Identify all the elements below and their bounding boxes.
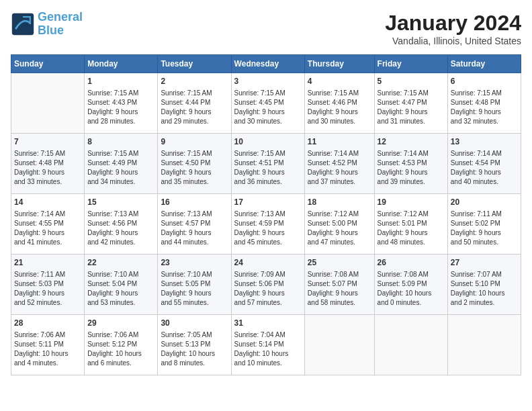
day-info: Sunrise: 7:08 AM Sunset: 5:09 PM Dayligh… <box>378 270 445 308</box>
day-number: 23 <box>161 257 228 269</box>
logo-line1: General <box>38 10 83 24</box>
calendar-cell: 6Sunrise: 7:15 AM Sunset: 4:48 PM Daylig… <box>447 73 521 134</box>
day-number: 22 <box>87 257 154 269</box>
day-number: 10 <box>234 136 302 148</box>
day-number: 16 <box>161 197 228 208</box>
column-header-tuesday: Tuesday <box>158 55 231 73</box>
column-header-saturday: Saturday <box>447 55 521 73</box>
calendar-cell: 1Sunrise: 7:15 AM Sunset: 4:43 PM Daylig… <box>85 73 158 134</box>
calendar-cell: 2Sunrise: 7:15 AM Sunset: 4:44 PM Daylig… <box>158 73 231 134</box>
day-info: Sunrise: 7:14 AM Sunset: 4:55 PM Dayligh… <box>14 210 81 247</box>
logo-icon <box>11 12 35 36</box>
day-number: 12 <box>378 136 445 148</box>
day-info: Sunrise: 7:11 AM Sunset: 5:02 PM Dayligh… <box>451 210 518 247</box>
day-info: Sunrise: 7:13 AM Sunset: 4:57 PM Dayligh… <box>161 210 228 247</box>
calendar-cell: 20Sunrise: 7:11 AM Sunset: 5:02 PM Dayli… <box>447 194 521 255</box>
day-info: Sunrise: 7:05 AM Sunset: 5:13 PM Dayligh… <box>161 330 228 368</box>
day-info: Sunrise: 7:10 AM Sunset: 5:05 PM Dayligh… <box>161 270 228 308</box>
column-header-monday: Monday <box>85 55 158 73</box>
title-block: January 2024 Vandalia, Illinois, United … <box>385 11 521 46</box>
day-number: 29 <box>87 318 154 329</box>
logo: General Blue <box>11 11 83 38</box>
day-info: Sunrise: 7:14 AM Sunset: 4:52 PM Dayligh… <box>308 149 371 187</box>
day-info: Sunrise: 7:12 AM Sunset: 5:00 PM Dayligh… <box>308 210 371 247</box>
calendar-table: SundayMondayTuesdayWednesdayThursdayFrid… <box>11 54 521 375</box>
page-header: General Blue January 2024 Vandalia, Illi… <box>11 11 521 46</box>
calendar-cell: 18Sunrise: 7:12 AM Sunset: 5:00 PM Dayli… <box>304 194 374 255</box>
day-info: Sunrise: 7:06 AM Sunset: 5:12 PM Dayligh… <box>87 330 154 368</box>
week-row-1: 1Sunrise: 7:15 AM Sunset: 4:43 PM Daylig… <box>11 73 521 134</box>
day-info: Sunrise: 7:15 AM Sunset: 4:44 PM Dayligh… <box>161 89 228 126</box>
day-number: 25 <box>308 257 371 269</box>
calendar-cell: 29Sunrise: 7:06 AM Sunset: 5:12 PM Dayli… <box>85 315 158 375</box>
logo-line2: Blue <box>38 24 64 37</box>
calendar-cell: 14Sunrise: 7:14 AM Sunset: 4:55 PM Dayli… <box>11 194 85 255</box>
calendar-cell: 13Sunrise: 7:14 AM Sunset: 4:54 PM Dayli… <box>447 134 521 194</box>
calendar-cell: 24Sunrise: 7:09 AM Sunset: 5:06 PM Dayli… <box>231 255 304 315</box>
calendar-cell: 31Sunrise: 7:04 AM Sunset: 5:14 PM Dayli… <box>231 315 304 375</box>
calendar-header: SundayMondayTuesdayWednesdayThursdayFrid… <box>11 55 521 73</box>
day-number: 31 <box>234 318 302 329</box>
column-header-friday: Friday <box>374 55 447 73</box>
day-info: Sunrise: 7:14 AM Sunset: 4:53 PM Dayligh… <box>378 149 445 187</box>
calendar-cell: 5Sunrise: 7:15 AM Sunset: 4:47 PM Daylig… <box>374 73 447 134</box>
day-info: Sunrise: 7:15 AM Sunset: 4:51 PM Dayligh… <box>234 149 302 187</box>
week-row-2: 7Sunrise: 7:15 AM Sunset: 4:48 PM Daylig… <box>11 134 521 194</box>
day-number: 9 <box>161 136 228 148</box>
day-number: 4 <box>308 76 371 87</box>
calendar-cell: 25Sunrise: 7:08 AM Sunset: 5:07 PM Dayli… <box>304 255 374 315</box>
day-number: 15 <box>87 197 154 208</box>
day-number: 13 <box>451 136 518 148</box>
day-number: 20 <box>451 197 518 208</box>
day-info: Sunrise: 7:15 AM Sunset: 4:48 PM Dayligh… <box>451 89 518 126</box>
day-number: 11 <box>308 136 371 148</box>
day-number: 17 <box>234 197 302 208</box>
day-number: 8 <box>87 136 154 148</box>
calendar-cell: 10Sunrise: 7:15 AM Sunset: 4:51 PM Dayli… <box>231 134 304 194</box>
calendar-cell: 30Sunrise: 7:05 AM Sunset: 5:13 PM Dayli… <box>158 315 231 375</box>
column-header-thursday: Thursday <box>304 55 374 73</box>
day-info: Sunrise: 7:15 AM Sunset: 4:49 PM Dayligh… <box>87 149 154 187</box>
day-info: Sunrise: 7:12 AM Sunset: 5:01 PM Dayligh… <box>378 210 445 247</box>
column-header-sunday: Sunday <box>11 55 85 73</box>
header-row: SundayMondayTuesdayWednesdayThursdayFrid… <box>11 55 521 73</box>
calendar-cell: 17Sunrise: 7:13 AM Sunset: 4:59 PM Dayli… <box>231 194 304 255</box>
day-number: 21 <box>14 257 81 269</box>
calendar-cell <box>304 315 374 375</box>
calendar-cell: 19Sunrise: 7:12 AM Sunset: 5:01 PM Dayli… <box>374 194 447 255</box>
day-info: Sunrise: 7:15 AM Sunset: 4:47 PM Dayligh… <box>378 89 445 126</box>
day-info: Sunrise: 7:04 AM Sunset: 5:14 PM Dayligh… <box>234 330 302 368</box>
day-info: Sunrise: 7:11 AM Sunset: 5:03 PM Dayligh… <box>14 270 81 308</box>
calendar-cell: 23Sunrise: 7:10 AM Sunset: 5:05 PM Dayli… <box>158 255 231 315</box>
day-info: Sunrise: 7:15 AM Sunset: 4:48 PM Dayligh… <box>14 149 81 187</box>
calendar-cell: 9Sunrise: 7:15 AM Sunset: 4:50 PM Daylig… <box>158 134 231 194</box>
week-row-5: 28Sunrise: 7:06 AM Sunset: 5:11 PM Dayli… <box>11 315 521 375</box>
day-number: 27 <box>451 257 518 269</box>
day-info: Sunrise: 7:07 AM Sunset: 5:10 PM Dayligh… <box>451 270 518 308</box>
calendar-cell: 22Sunrise: 7:10 AM Sunset: 5:04 PM Dayli… <box>85 255 158 315</box>
calendar-cell: 4Sunrise: 7:15 AM Sunset: 4:46 PM Daylig… <box>304 73 374 134</box>
day-number: 6 <box>451 76 518 87</box>
calendar-cell: 28Sunrise: 7:06 AM Sunset: 5:11 PM Dayli… <box>11 315 85 375</box>
calendar-cell: 27Sunrise: 7:07 AM Sunset: 5:10 PM Dayli… <box>447 255 521 315</box>
calendar-cell: 26Sunrise: 7:08 AM Sunset: 5:09 PM Dayli… <box>374 255 447 315</box>
day-number: 3 <box>234 76 302 87</box>
logo-text: General Blue <box>38 11 83 38</box>
calendar-cell <box>374 315 447 375</box>
day-number: 1 <box>87 76 154 87</box>
calendar-cell: 3Sunrise: 7:15 AM Sunset: 4:45 PM Daylig… <box>231 73 304 134</box>
day-number: 30 <box>161 318 228 329</box>
calendar-cell: 11Sunrise: 7:14 AM Sunset: 4:52 PM Dayli… <box>304 134 374 194</box>
calendar-cell: 21Sunrise: 7:11 AM Sunset: 5:03 PM Dayli… <box>11 255 85 315</box>
day-number: 19 <box>378 197 445 208</box>
day-info: Sunrise: 7:13 AM Sunset: 4:59 PM Dayligh… <box>234 210 302 247</box>
day-number: 26 <box>378 257 445 269</box>
day-info: Sunrise: 7:15 AM Sunset: 4:43 PM Dayligh… <box>87 89 154 126</box>
calendar-cell <box>11 73 85 134</box>
calendar-cell: 8Sunrise: 7:15 AM Sunset: 4:49 PM Daylig… <box>85 134 158 194</box>
day-info: Sunrise: 7:13 AM Sunset: 4:56 PM Dayligh… <box>87 210 154 247</box>
day-info: Sunrise: 7:15 AM Sunset: 4:46 PM Dayligh… <box>308 89 371 126</box>
week-row-3: 14Sunrise: 7:14 AM Sunset: 4:55 PM Dayli… <box>11 194 521 255</box>
day-info: Sunrise: 7:08 AM Sunset: 5:07 PM Dayligh… <box>308 270 371 308</box>
calendar-cell: 12Sunrise: 7:14 AM Sunset: 4:53 PM Dayli… <box>374 134 447 194</box>
